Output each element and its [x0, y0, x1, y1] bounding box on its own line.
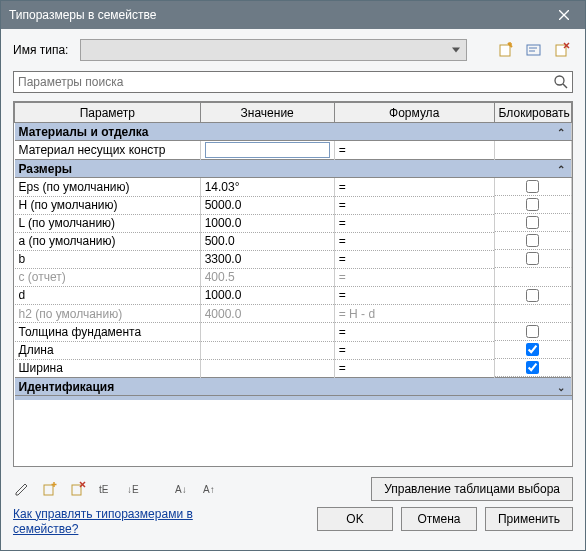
lock-checkbox[interactable] [526, 325, 539, 338]
rename-type-button[interactable] [523, 39, 545, 61]
delete-type-icon [554, 42, 570, 58]
search-icon [553, 74, 569, 90]
svg-point-9 [555, 76, 564, 85]
param-name[interactable]: d [15, 286, 201, 305]
formula-cell: = H - d [334, 305, 494, 323]
group-materials-label: Материалы и отделка [19, 125, 149, 139]
row-h: H (по умолчанию) 5000.0 = [15, 196, 572, 214]
row-eps: Eps (по умолчанию) 14.03° = [15, 178, 572, 197]
row-b: b 3300.0 = [15, 250, 572, 268]
group-ident[interactable]: Идентификация⌄ [15, 378, 572, 396]
param-name[interactable]: b [15, 250, 201, 268]
param-name: c (отчет) [15, 268, 201, 286]
window-title: Типоразмеры в семействе [9, 8, 156, 22]
expand-icon: ⌄ [557, 381, 565, 392]
value-cell[interactable]: 5000.0 [200, 196, 334, 214]
formula-cell[interactable]: = [334, 214, 494, 232]
manage-tables-button[interactable]: Управление таблицами выбора [371, 477, 573, 501]
param-name[interactable]: Толщина фундамента [15, 323, 201, 342]
param-name[interactable]: Материал несущих констр [15, 141, 201, 160]
param-name[interactable]: L (по умолчанию) [15, 214, 201, 232]
formula-cell[interactable]: = [334, 359, 494, 378]
param-name[interactable]: Ширина [15, 359, 201, 378]
apply-button[interactable]: Применить [485, 507, 573, 531]
lock-checkbox[interactable] [526, 343, 539, 356]
svg-text:↓E: ↓E [127, 484, 139, 495]
delete-type-button[interactable] [551, 39, 573, 61]
ok-button[interactable]: OK [317, 507, 393, 531]
formula-cell[interactable]: = [334, 232, 494, 250]
move-down-button[interactable]: ↓E [125, 480, 143, 498]
value-cell[interactable] [200, 359, 334, 378]
search-input[interactable] [13, 71, 573, 93]
footer-buttons: OK Отмена Применить [317, 507, 573, 531]
move-up-button[interactable]: tE [97, 480, 115, 498]
value-cell[interactable] [200, 341, 334, 359]
col-header-value[interactable]: Значение [200, 103, 334, 123]
row-a: a (по умолчанию) 500.0 = [15, 232, 572, 250]
param-name[interactable]: Длина [15, 341, 201, 359]
help-link[interactable]: Как управлять типоразмерами в семействе? [13, 507, 213, 538]
lock-checkbox[interactable] [526, 361, 539, 374]
cancel-button[interactable]: Отмена [401, 507, 477, 531]
delete-param-icon [70, 481, 86, 497]
formula-cell[interactable]: = [334, 141, 494, 160]
new-parameter-button[interactable] [41, 480, 59, 498]
row-d: d 1000.0 = [15, 286, 572, 305]
param-name[interactable]: H (по умолчанию) [15, 196, 201, 214]
close-button[interactable] [543, 1, 585, 29]
svg-text:tE: tE [99, 484, 109, 495]
lock-checkbox[interactable] [526, 234, 539, 247]
value-cell: 400.5 [200, 268, 334, 286]
value-cell[interactable]: 14.03° [200, 178, 334, 197]
lock-checkbox[interactable] [526, 180, 539, 193]
material-value-input[interactable] [205, 142, 330, 158]
value-cell[interactable] [200, 323, 334, 342]
delete-parameter-button[interactable] [69, 480, 87, 498]
title-bar: Типоразмеры в семействе [1, 1, 585, 29]
lock-checkbox[interactable] [526, 289, 539, 302]
new-type-button[interactable] [495, 39, 517, 61]
group-ident-label: Идентификация [19, 380, 115, 394]
group-sizes[interactable]: Размеры⌃ [15, 160, 572, 178]
value-cell[interactable]: 3300.0 [200, 250, 334, 268]
tool-icons: tE ↓E A↓ A↑ [13, 480, 219, 498]
sort-desc-button[interactable]: A↑ [201, 480, 219, 498]
type-name-dropdown[interactable] [80, 39, 467, 61]
formula-cell[interactable]: = [334, 250, 494, 268]
svg-rect-2 [500, 45, 510, 56]
formula-cell[interactable]: = [334, 178, 494, 197]
sort-asc-button[interactable]: A↓ [173, 480, 191, 498]
grid-header-row: Параметр Значение Формула Блокировать [15, 103, 572, 123]
search-row [13, 71, 573, 93]
grid-empty-area [14, 400, 572, 466]
svg-rect-11 [44, 485, 53, 495]
edit-parameter-button[interactable] [13, 480, 31, 498]
value-cell: 4000.0 [200, 305, 334, 323]
param-name[interactable]: a (по умолчанию) [15, 232, 201, 250]
col-header-formula[interactable]: Формула [334, 103, 494, 123]
move-up-icon: tE [99, 481, 113, 497]
new-param-icon [42, 481, 58, 497]
formula-cell[interactable]: = [334, 341, 494, 359]
formula-cell[interactable]: = [334, 323, 494, 342]
param-name[interactable]: Eps (по умолчанию) [15, 178, 201, 197]
col-header-param[interactable]: Параметр [15, 103, 201, 123]
row-c: c (отчет) 400.5 = [15, 268, 572, 286]
group-materials[interactable]: Материалы и отделка⌃ [15, 123, 572, 141]
col-header-lock[interactable]: Блокировать [494, 103, 571, 123]
formula-cell[interactable]: = [334, 286, 494, 305]
new-type-icon [498, 42, 514, 58]
lock-checkbox[interactable] [526, 198, 539, 211]
lock-checkbox[interactable] [526, 252, 539, 265]
lock-checkbox[interactable] [526, 216, 539, 229]
parameter-grid: Параметр Значение Формула Блокировать Ма… [13, 101, 573, 467]
formula-cell[interactable]: = [334, 196, 494, 214]
value-cell[interactable]: 500.0 [200, 232, 334, 250]
row-thick: Толщина фундамента = [15, 323, 572, 342]
pencil-icon [14, 481, 30, 497]
svg-text:A↑: A↑ [203, 484, 215, 495]
collapse-icon: ⌃ [557, 126, 565, 137]
value-cell[interactable]: 1000.0 [200, 286, 334, 305]
value-cell[interactable]: 1000.0 [200, 214, 334, 232]
